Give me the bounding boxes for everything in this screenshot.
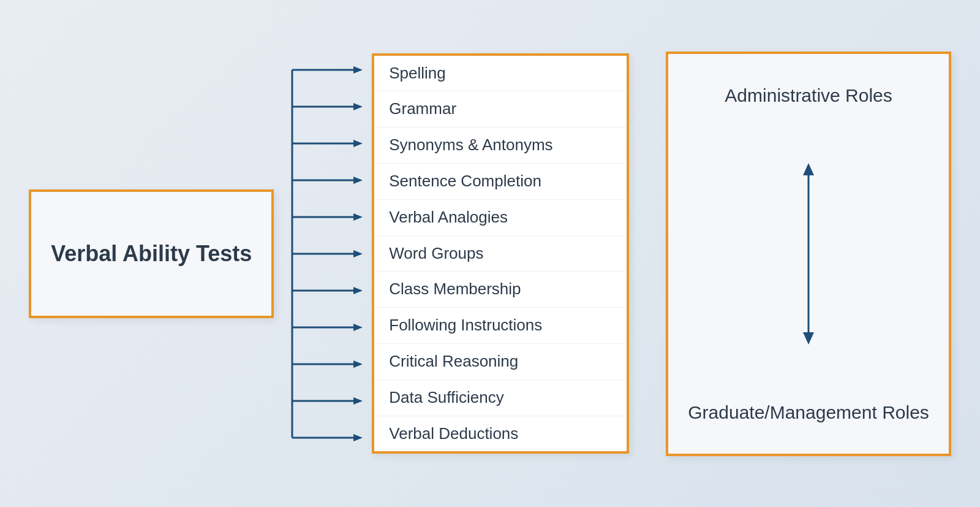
roles-box: Administrative Roles Graduate/Management… [666, 51, 951, 456]
role-administrative: Administrative Roles [725, 83, 892, 107]
main-box: Verbal Ability Tests [29, 189, 274, 318]
list-item-sentence: Sentence Completion [374, 164, 627, 200]
list-item-word-groups: Word Groups [374, 236, 627, 272]
svg-marker-6 [353, 140, 363, 147]
double-arrow-svg [793, 162, 824, 346]
list-item-critical-reasoning: Critical Reasoning [374, 344, 627, 380]
list-item-data-sufficiency: Data Sufficiency [374, 380, 627, 416]
list-item-verbal-deductions: Verbal Deductions [374, 416, 627, 452]
svg-marker-16 [353, 324, 363, 331]
list-box: Spelling Grammar Synonyms & Antonyms Sen… [372, 53, 629, 454]
list-item-class-membership: Class Membership [374, 272, 627, 308]
svg-marker-20 [353, 397, 363, 405]
svg-marker-14 [353, 287, 363, 294]
svg-marker-2 [353, 66, 363, 74]
role-graduate: Graduate/Management Roles [688, 400, 929, 424]
list-item-grammar: Grammar [374, 91, 627, 128]
svg-marker-25 [803, 332, 814, 345]
svg-marker-4 [353, 103, 363, 110]
list-item-synonyms: Synonyms & Antonyms [374, 128, 627, 164]
list-item-spelling: Spelling [374, 56, 627, 92]
svg-marker-10 [353, 213, 363, 221]
list-item-following-instructions: Following Instructions [374, 308, 627, 344]
svg-marker-8 [353, 177, 363, 184]
connector [274, 51, 372, 456]
main-box-label: Verbal Ability Tests [51, 240, 252, 267]
svg-marker-18 [353, 360, 363, 368]
diagram-container: Verbal Ability Tests [29, 51, 951, 456]
list-item-analogies: Verbal Analogies [374, 200, 627, 236]
svg-marker-12 [353, 250, 363, 257]
double-arrow [793, 107, 824, 400]
svg-marker-22 [353, 434, 363, 441]
svg-marker-24 [803, 163, 814, 175]
connector-svg [274, 51, 372, 456]
